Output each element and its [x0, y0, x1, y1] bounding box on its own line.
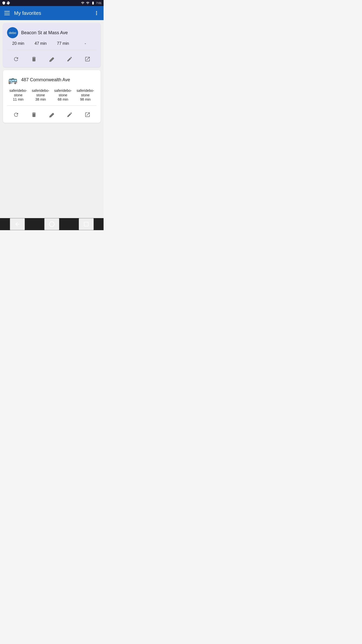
open-external-icon-2	[84, 112, 90, 118]
favorite-card-1: debo Beacon St at Mass Ave 20 min 47 min…	[3, 23, 101, 67]
time-3: 77 min	[52, 41, 74, 46]
main-content: debo Beacon St at Mass Ave 20 min 47 min…	[0, 20, 104, 218]
android-icon	[7, 1, 10, 5]
saferide-cell-4: saferidebo-stone 98 min	[74, 88, 97, 103]
card-1-erase-button[interactable]	[47, 54, 57, 64]
menu-button[interactable]	[2, 8, 12, 18]
wifi-icon	[86, 1, 90, 5]
saferide-name-1: saferidebo-stone	[9, 88, 27, 97]
time-1: 20 min	[7, 41, 29, 46]
refresh-icon-2	[13, 112, 19, 118]
svg-rect-1	[84, 222, 88, 226]
saferide-cell-3: saferidebo-stone 68 min	[52, 88, 74, 103]
card-1-delete-button[interactable]	[29, 54, 39, 64]
saferide-time-3: 68 min	[58, 97, 68, 101]
card-2-header: 🚌 487 Commonwealth Ave	[3, 70, 101, 87]
status-bar: 7:01	[0, 0, 104, 6]
bus-icon: 🚌	[8, 75, 17, 84]
delete-icon	[31, 56, 37, 62]
app-bar: My favorites	[0, 6, 104, 20]
bottom-nav	[0, 218, 104, 230]
edit-icon	[67, 56, 73, 62]
card-2-refresh-button[interactable]	[11, 110, 21, 120]
card-2-erase-button[interactable]	[47, 110, 57, 120]
card-2-title: 487 Commonwealth Ave	[21, 77, 97, 83]
open-external-icon	[84, 56, 90, 62]
card-1-refresh-button[interactable]	[11, 54, 21, 64]
time-display: 7:01	[96, 2, 102, 5]
home-icon	[49, 221, 55, 227]
card-2-delete-button[interactable]	[29, 110, 39, 120]
edit-icon-2	[67, 112, 73, 118]
bus-icon-container: 🚌	[7, 74, 18, 85]
erase-icon	[49, 56, 55, 62]
more-vertical-icon	[94, 10, 100, 16]
saferide-time-4: 98 min	[80, 97, 90, 101]
saferide-time-2: 38 min	[35, 97, 46, 101]
menu-line-3	[4, 15, 10, 15]
delete-icon-2	[31, 112, 37, 118]
time-2: 47 min	[29, 41, 52, 46]
recents-icon	[83, 221, 89, 227]
recents-button[interactable]	[79, 218, 94, 230]
favorite-card-2: 🚌 487 Commonwealth Ave saferidebo-stone …	[3, 70, 101, 123]
avatar: debo	[7, 27, 18, 38]
card-1-title: Beacon St at Mass Ave	[21, 30, 97, 35]
card-1-open-external-button[interactable]	[82, 54, 93, 64]
battery-icon	[91, 1, 95, 5]
refresh-icon	[13, 56, 19, 62]
card-2-saferide-grid: saferidebo-stone 11 min saferidebo-stone…	[3, 87, 101, 103]
card-2-actions	[3, 108, 101, 123]
back-button[interactable]	[10, 218, 25, 230]
erase-icon-2	[49, 112, 55, 118]
svg-point-0	[49, 222, 54, 227]
status-left	[2, 1, 10, 5]
card-2-edit-button[interactable]	[65, 110, 75, 120]
more-options-button[interactable]	[92, 8, 102, 18]
card-2-divider	[7, 105, 97, 106]
menu-line-1	[4, 11, 10, 12]
card-1-edit-button[interactable]	[65, 54, 75, 64]
card-2-open-external-button[interactable]	[82, 110, 93, 120]
card-1-actions	[3, 52, 101, 67]
signal-icon	[81, 1, 85, 5]
saferide-cell-1: saferidebo-stone 11 min	[7, 88, 29, 103]
card-1-header: debo Beacon St at Mass Ave	[3, 23, 101, 40]
card-1-divider	[7, 50, 97, 50]
status-right: 7:01	[81, 1, 102, 5]
saferide-name-2: saferidebo-stone	[32, 88, 49, 97]
time-4: -	[74, 41, 97, 46]
saferide-name-3: saferidebo-stone	[54, 88, 72, 97]
shield-icon	[2, 1, 6, 5]
saferide-name-4: saferidebo-stone	[76, 88, 94, 97]
card-1-times: 20 min 47 min 77 min -	[3, 40, 101, 48]
saferide-time-1: 11 min	[13, 97, 23, 101]
menu-line-2	[4, 13, 10, 13]
page-title: My favorites	[14, 10, 92, 16]
saferide-cell-2: saferidebo-stone 38 min	[29, 88, 52, 103]
home-button[interactable]	[44, 218, 59, 230]
back-icon	[14, 221, 20, 227]
